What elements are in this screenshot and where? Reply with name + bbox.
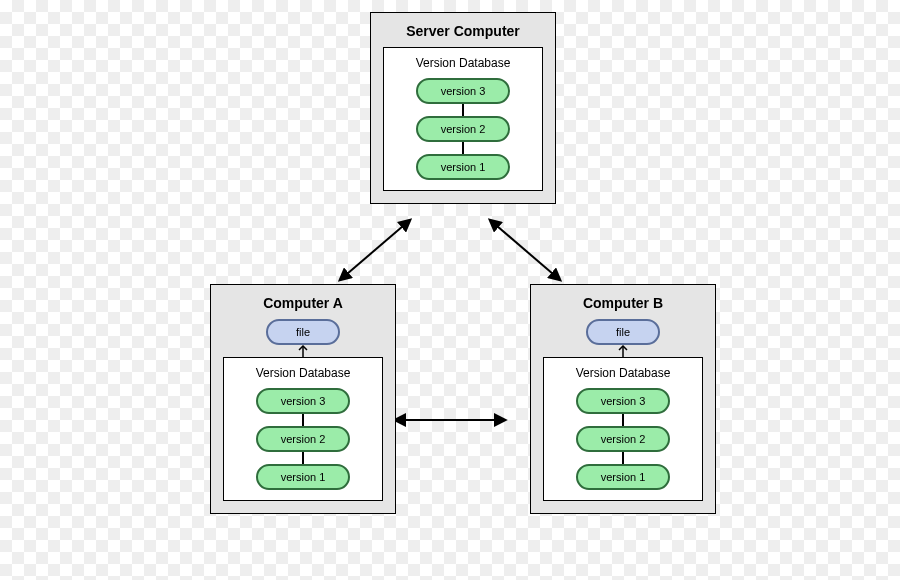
computer-a-version-2: version 2 bbox=[256, 426, 350, 452]
computer-a-db: Version Database version 3 version 2 ver… bbox=[223, 357, 383, 501]
connector-line bbox=[622, 452, 624, 464]
connector-line bbox=[302, 452, 304, 464]
computer-a-file: file bbox=[266, 319, 340, 345]
computer-a-version-3: version 3 bbox=[256, 388, 350, 414]
computer-b-version-1: version 1 bbox=[576, 464, 670, 490]
server-db-label: Version Database bbox=[392, 56, 534, 70]
computer-a-box: Computer A file Version Database version… bbox=[210, 284, 396, 514]
connector-line bbox=[622, 414, 624, 426]
up-arrow-icon bbox=[618, 345, 628, 357]
up-arrow-icon bbox=[298, 345, 308, 357]
server-version-2: version 2 bbox=[416, 116, 510, 142]
computer-a-title: Computer A bbox=[223, 295, 383, 311]
computer-b-db-label: Version Database bbox=[552, 366, 694, 380]
connector-line bbox=[302, 414, 304, 426]
computer-b-file: file bbox=[586, 319, 660, 345]
connector-line bbox=[462, 104, 464, 116]
computer-b-version-2: version 2 bbox=[576, 426, 670, 452]
computer-b-db: Version Database version 3 version 2 ver… bbox=[543, 357, 703, 501]
connector-line bbox=[462, 142, 464, 154]
server-title: Server Computer bbox=[383, 23, 543, 39]
computer-b-version-3: version 3 bbox=[576, 388, 670, 414]
server-box: Server Computer Version Database version… bbox=[370, 12, 556, 204]
server-version-3: version 3 bbox=[416, 78, 510, 104]
computer-a-version-1: version 1 bbox=[256, 464, 350, 490]
computer-b-title: Computer B bbox=[543, 295, 703, 311]
computer-a-db-label: Version Database bbox=[232, 366, 374, 380]
server-version-1: version 1 bbox=[416, 154, 510, 180]
computer-b-box: Computer B file Version Database version… bbox=[530, 284, 716, 514]
server-db: Version Database version 3 version 2 ver… bbox=[383, 47, 543, 191]
